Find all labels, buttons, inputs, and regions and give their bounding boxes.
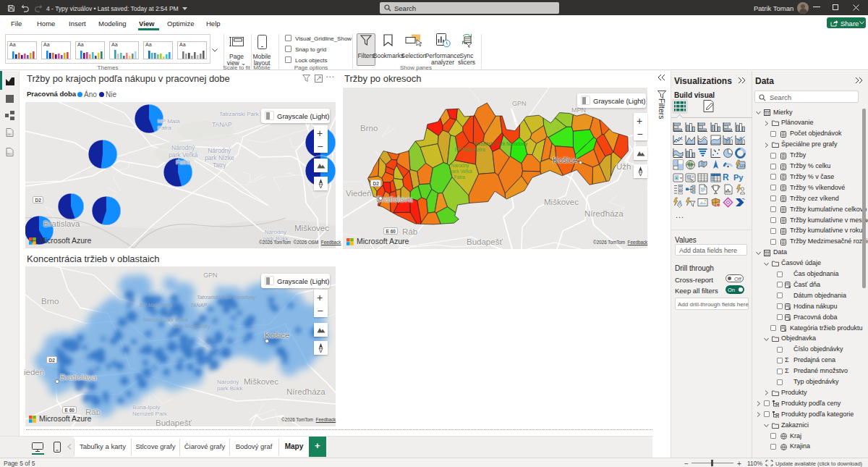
svg-text:NP Malá Fatra: NP Malá Fatra	[455, 147, 485, 152]
svg-text:Národný park Veľká: Národný park Veľká	[143, 317, 188, 323]
svg-text:Národný: Národný	[451, 163, 469, 169]
svg-text:Fatra: Fatra	[454, 174, 466, 180]
svg-text:A: A	[677, 199, 681, 206]
svg-text:TMDL: TMDL	[6, 153, 12, 156]
svg-text:DAX: DAX	[7, 133, 12, 136]
svg-text:Tatrzański Park Narodowy: Tatrzański Park Narodowy	[473, 141, 528, 147]
svg-text:TANAP: TANAP	[190, 303, 207, 308]
svg-text:123: 123	[739, 164, 746, 168]
svg-text:Tatrzański Park Narodowy: Tatrzański Park Narodowy	[197, 295, 256, 300]
svg-text:park Veľká: park Veľká	[450, 169, 472, 174]
svg-text:NP Malá Fatra: NP Malá Fatra	[140, 303, 172, 308]
svg-text:park Nízke Tatry: park Nízke Tatry	[173, 324, 210, 329]
